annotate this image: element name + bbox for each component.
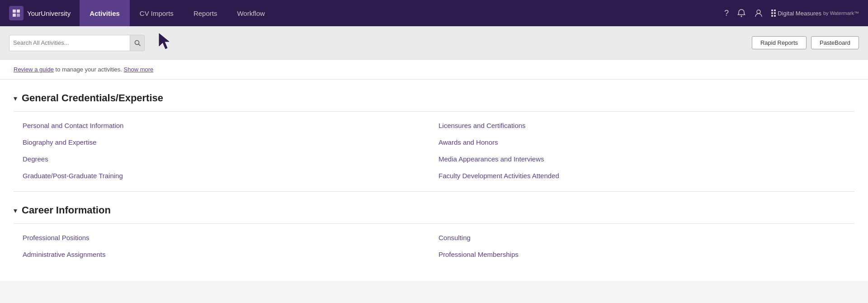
chevron-career-information-icon[interactable]: ▾ <box>14 206 17 215</box>
show-more-link[interactable]: Show more <box>124 66 154 73</box>
pasteboard-button[interactable]: PasteBoard <box>811 36 859 49</box>
chevron-general-credentials-icon[interactable]: ▾ <box>14 94 17 103</box>
digital-measures-text: Digital Measures <box>778 10 821 17</box>
svg-rect-2 <box>13 14 16 17</box>
notifications-button[interactable] <box>737 9 746 18</box>
svg-point-4 <box>741 16 742 17</box>
link-professional-positions[interactable]: Professional Positions <box>23 229 439 246</box>
link-personal-contact[interactable]: Personal and Contact Information <box>23 117 439 134</box>
link-consulting[interactable]: Consulting <box>439 229 854 246</box>
section-career-information-title: Career Information <box>22 204 111 216</box>
svg-rect-3 <box>17 14 20 17</box>
review-guide-link[interactable]: Review a guide <box>14 66 54 73</box>
nav-workflow[interactable]: Workflow <box>227 0 274 26</box>
logo: YourUniversity <box>9 6 71 20</box>
logo-icon <box>9 6 24 20</box>
rapid-reports-button[interactable]: Rapid Reports <box>752 36 807 49</box>
svg-point-5 <box>757 10 760 14</box>
section-general-credentials-header: ▾ General Credentials/Expertise <box>14 80 854 112</box>
svg-line-7 <box>138 44 140 46</box>
guide-area: Review a guide to manage your activities… <box>0 60 868 80</box>
section-general-credentials-title: General Credentials/Expertise <box>22 92 163 104</box>
general-credentials-links-grid: Personal and Contact Information Biograp… <box>14 112 854 184</box>
svg-marker-8 <box>159 33 169 49</box>
user-button[interactable] <box>754 9 763 18</box>
link-awards-honors[interactable]: Awards and Honors <box>439 134 854 151</box>
career-information-left-col: Professional Positions Administrative As… <box>23 229 439 263</box>
link-media-appearances[interactable]: Media Appearances and Interviews <box>439 151 854 167</box>
nav-right-icons: ? Digital Measures by Watermark™ <box>724 9 859 18</box>
link-biography-expertise[interactable]: Biography and Expertise <box>23 134 439 151</box>
link-administrative-assignments[interactable]: Administrative Assignments <box>23 246 439 263</box>
search-input[interactable] <box>13 39 130 46</box>
section-career-information-header: ▾ Career Information <box>14 192 854 224</box>
nav-activities[interactable]: Activities <box>80 0 130 26</box>
general-credentials-left-col: Personal and Contact Information Biograp… <box>23 117 439 184</box>
search-bar-right-buttons: Rapid Reports PasteBoard <box>752 36 859 49</box>
main-content: ▾ General Credentials/Expertise Personal… <box>0 80 868 281</box>
link-degrees[interactable]: Degrees <box>23 151 439 167</box>
link-professional-memberships[interactable]: Professional Memberships <box>439 246 854 263</box>
career-information-right-col: Consulting Professional Memberships <box>439 229 854 263</box>
search-box[interactable] <box>9 35 145 51</box>
svg-rect-1 <box>17 9 20 13</box>
cursor-arrow-icon <box>156 33 173 53</box>
dm-dots <box>771 9 776 17</box>
nav-cv-imports[interactable]: CV Imports <box>130 0 184 26</box>
career-information-links-grid: Professional Positions Administrative As… <box>14 224 854 263</box>
digital-measures-logo: Digital Measures by Watermark™ <box>771 9 859 17</box>
help-button[interactable]: ? <box>724 9 729 18</box>
svg-rect-0 <box>13 9 16 13</box>
link-graduate-training[interactable]: Graduate/Post-Graduate Training <box>23 167 439 184</box>
search-icon[interactable] <box>130 35 144 51</box>
university-name: YourUniversity <box>27 9 71 17</box>
watermark-text: by Watermark™ <box>823 10 859 16</box>
search-bar-area: Rapid Reports PasteBoard <box>0 26 868 60</box>
link-licensures-certifications[interactable]: Licensures and Certifications <box>439 117 854 134</box>
guide-middle-text: to manage your activities. <box>56 66 124 73</box>
general-credentials-right-col: Licensures and Certifications Awards and… <box>439 117 854 184</box>
link-faculty-development[interactable]: Faculty Development Activities Attended <box>439 167 854 184</box>
top-navigation: YourUniversity Activities CV Imports Rep… <box>0 0 868 26</box>
nav-reports[interactable]: Reports <box>184 0 227 26</box>
